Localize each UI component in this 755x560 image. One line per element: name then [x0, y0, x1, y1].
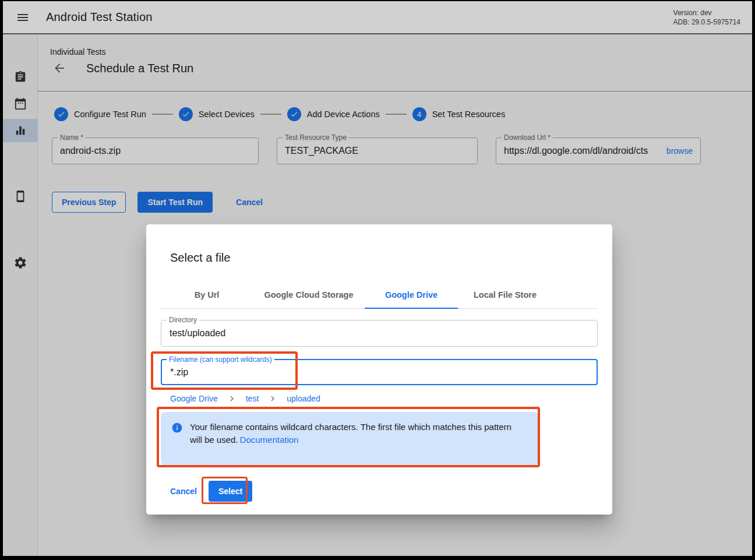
chevron-right-icon [227, 393, 237, 404]
alert-message: Your filename contains wildcard characte… [190, 422, 511, 445]
documentation-link[interactable]: Documentation [240, 435, 299, 445]
filename-field[interactable]: Filename (can support wildcards) *.zip [161, 359, 598, 385]
alert-text: Your filename contains wildcard characte… [190, 421, 519, 446]
dialog-select-button[interactable]: Select [209, 481, 252, 502]
select-file-dialog: Select a file By Url Google Cloud Storag… [146, 224, 612, 515]
dialog-title: Select a file [170, 251, 612, 265]
directory-field[interactable]: Directory test/uploaded [161, 320, 598, 347]
tab-google-cloud-storage[interactable]: Google Cloud Storage [253, 281, 365, 308]
app-window: Android Test Station Version: dev ADB: 2… [0, 0, 755, 560]
tab-local-file-store[interactable]: Local File Store [458, 281, 552, 308]
directory-field-value: test/uploaded [170, 328, 225, 339]
wildcard-info-alert: Your filename contains wildcard characte… [161, 412, 539, 466]
dialog-cancel-button[interactable]: Cancel [163, 481, 204, 502]
breadcrumb-google-drive[interactable]: Google Drive [170, 394, 218, 403]
filename-field-value: *.zip [170, 367, 188, 378]
directory-field-label: Directory [167, 316, 199, 324]
chevron-right-icon [267, 393, 278, 404]
info-icon [171, 422, 183, 436]
drive-breadcrumb: Google Drive test uploaded [170, 393, 612, 404]
breadcrumb-test[interactable]: test [246, 394, 259, 403]
dialog-actions: Cancel Select [163, 481, 612, 502]
breadcrumb-uploaded[interactable]: uploaded [287, 394, 320, 403]
tab-google-drive[interactable]: Google Drive [365, 281, 458, 308]
dialog-tabs: By Url Google Cloud Storage Google Drive… [161, 281, 598, 309]
filename-field-label: Filename (can support wildcards) [167, 355, 274, 364]
tab-by-url[interactable]: By Url [161, 281, 253, 308]
